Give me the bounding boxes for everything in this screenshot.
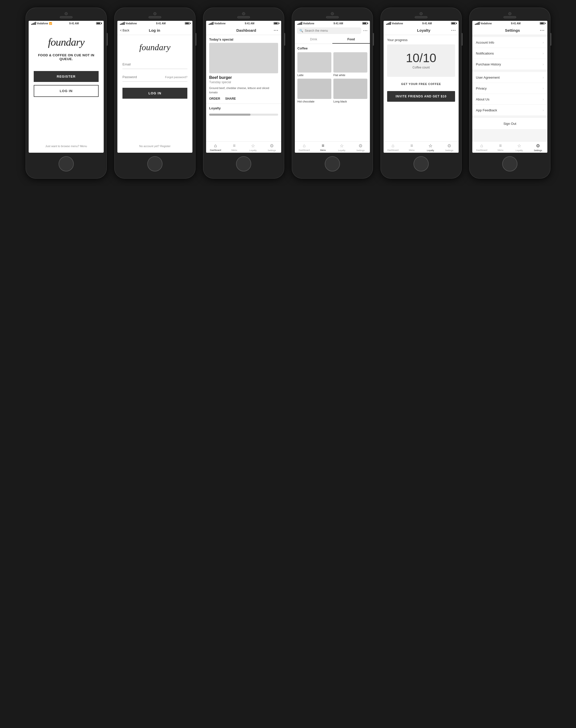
time-label: 9:41 AM (156, 22, 166, 25)
phone-menu: Vodafone 9:41 AM 🔍 ··· Drink Food Coffee (292, 8, 373, 178)
more-menu-button[interactable]: ··· (451, 28, 456, 33)
carrier-label: Vodafone (214, 22, 226, 25)
password-input[interactable] (122, 73, 165, 81)
tab-menu[interactable]: ≡ Menu (314, 142, 333, 153)
settings-item-about-us[interactable]: About Us › (472, 94, 547, 105)
settings-item-purchase-history[interactable]: Purchase History › (472, 59, 547, 69)
settings-item-privacy[interactable]: Privacy › (472, 83, 547, 94)
browse-link[interactable]: Just want to browse menu? Menu (46, 145, 87, 148)
special-actions: ORDER SHARE (206, 97, 281, 104)
login-submit-button[interactable]: LOG IN (122, 88, 188, 99)
tab-loyalty[interactable]: ☆ Loyalty (510, 142, 528, 153)
category-label: Coffee (297, 47, 367, 50)
login-button[interactable]: LOG IN (34, 85, 98, 97)
special-description: Ground beef, cheddar cheese, lettuce and… (206, 86, 281, 97)
order-button[interactable]: ORDER (209, 97, 220, 101)
settings-item-account[interactable]: Account Info › (472, 37, 547, 48)
tab-settings[interactable]: ⚙ Settings (440, 142, 459, 153)
tab-dashboard[interactable]: ⌂ Dashboard (206, 142, 225, 153)
loyalty-progress-bar (209, 114, 278, 116)
forgot-password-link[interactable]: Forgot password? (165, 76, 188, 79)
status-left: Vodafone (297, 22, 314, 25)
settings-group-1: Account Info › Notifications › Purchase … (472, 37, 547, 69)
nav-bar: Settings ··· (472, 26, 547, 35)
email-input[interactable] (122, 60, 188, 69)
share-button[interactable]: SHARE (225, 97, 236, 101)
tab-menu-label: Menu (231, 149, 237, 151)
more-menu-button[interactable]: ··· (274, 28, 279, 33)
tab-loyalty-label: Loyalty (427, 149, 434, 152)
free-coffee-button[interactable]: GET YOUR FREE COFFEE (387, 79, 455, 88)
tab-dashboard[interactable]: ⌂ Dashboard (472, 142, 491, 153)
tab-food[interactable]: Food (333, 35, 370, 44)
tab-loyalty[interactable]: ☆ Loyalty (421, 142, 440, 153)
home-button[interactable] (325, 156, 340, 171)
item-name[interactable]: Long black (334, 100, 367, 103)
loyalty-icon: ☆ (340, 143, 344, 149)
invite-button[interactable]: INVITE FRIENDS AND GET $10 (387, 91, 455, 102)
item-name[interactable]: Hot chocolate (297, 100, 332, 103)
tab-settings[interactable]: ⚙ Settings (351, 142, 370, 153)
screen-welcome: Vodafone 📶 9:41 AM foundary FOOD & COFFE… (29, 21, 104, 153)
home-button[interactable] (59, 156, 74, 171)
tab-menu[interactable]: ≡ Menu (225, 142, 243, 153)
list-item: Hot chocolate (297, 79, 332, 103)
tab-loyalty[interactable]: ☆ Loyalty (333, 142, 351, 153)
home-button[interactable] (147, 156, 163, 171)
register-button[interactable]: REGISTER (34, 71, 98, 82)
phone-dashboard: Vodafone 9:41 AM Dashboard ··· Today's s… (203, 8, 284, 178)
search-input[interactable] (305, 29, 359, 32)
list-item: Latte (297, 52, 332, 77)
settings-item-notifications[interactable]: Notifications › (472, 48, 547, 59)
phone-login: Vodafone 9:41 AM < Back Log in foundary … (114, 8, 196, 178)
status-bar: Vodafone 📶 9:41 AM (29, 21, 104, 26)
tab-dashboard[interactable]: ⌂ Dashboard (295, 142, 314, 153)
loyalty-content: Your progress 10/10 Coffee count GET YOU… (383, 35, 459, 141)
dashboard-icon: ⌂ (392, 143, 395, 148)
speaker (237, 16, 250, 18)
carrier-label: Vodafone (125, 22, 137, 25)
status-left: Vodafone (209, 22, 226, 25)
nav-bar: Dashboard ··· (206, 26, 281, 35)
item-name[interactable]: Flat white (334, 74, 367, 77)
tab-bar: ⌂ Dashboard ≡ Menu ☆ Loyalty ⚙ Settings (472, 141, 547, 153)
carrier-label: Vodafone (303, 22, 314, 25)
camera (65, 12, 68, 15)
tab-menu[interactable]: ≡ Menu (491, 142, 510, 153)
no-account-link[interactable]: No account yet? Register (139, 145, 171, 148)
time-label: 9:41 AM (244, 22, 254, 25)
tagline: FOOD & COFFEE ON CUE NOT IN QUEUE. (34, 53, 98, 61)
search-bar: 🔍 (297, 27, 361, 34)
more-menu-button[interactable]: ··· (363, 29, 368, 33)
camera (153, 12, 156, 15)
home-button[interactable] (236, 156, 251, 171)
about-us-label: About Us (476, 97, 489, 101)
tab-loyalty[interactable]: ☆ Loyalty (243, 142, 262, 153)
login-content: foundary Forgot password? LOG IN No acco… (117, 35, 193, 153)
home-button[interactable] (502, 156, 517, 171)
item-name[interactable]: Latte (297, 74, 332, 77)
progress-label: Your progress (383, 35, 459, 42)
phone-top (326, 12, 339, 18)
tab-bar: ⌂ Dashboard ≡ Menu ☆ Loyalty ⚙ Settings (383, 141, 459, 153)
tab-settings[interactable]: ⚙ Settings (262, 142, 281, 153)
tab-drink[interactable]: Drink (295, 35, 333, 44)
back-button[interactable]: < Back (120, 29, 129, 32)
settings-item-app-feedback[interactable]: App Feedback › (472, 105, 547, 115)
home-button[interactable] (413, 156, 429, 171)
phone-welcome: Vodafone 📶 9:41 AM foundary FOOD & COFFE… (26, 8, 107, 178)
tab-settings[interactable]: ⚙ Settings (528, 142, 547, 153)
status-bar: Vodafone 9:41 AM (117, 21, 193, 26)
carrier-label: Vodafone (37, 22, 48, 25)
nav-title: Loyalty (396, 28, 451, 32)
tab-settings-label: Settings (534, 149, 542, 152)
more-menu-button[interactable]: ··· (540, 28, 545, 33)
tab-menu[interactable]: ≡ Menu (402, 142, 421, 153)
tab-dashboard[interactable]: ⌂ Dashboard (383, 142, 402, 153)
tab-settings-label: Settings (445, 149, 454, 152)
status-left: Vodafone 📶 (31, 22, 52, 25)
sign-out-button[interactable]: Sign Out (503, 122, 516, 125)
settings-item-user-agreement[interactable]: User Agreement › (472, 72, 547, 83)
loyalty-section: Loyalty (206, 104, 281, 118)
signal-icon (297, 22, 302, 25)
